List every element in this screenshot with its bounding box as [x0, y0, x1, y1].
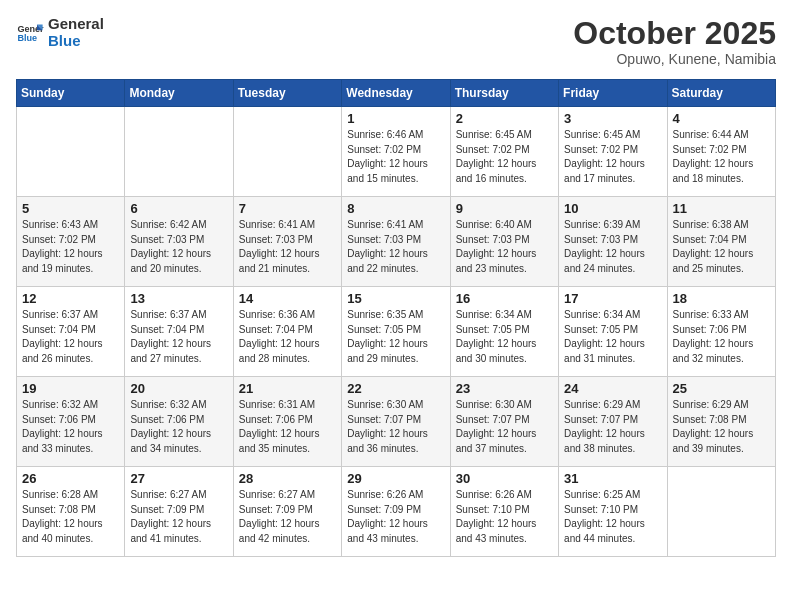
day-info: Sunrise: 6:41 AM Sunset: 7:03 PM Dayligh…	[239, 218, 336, 276]
calendar-cell: 31Sunrise: 6:25 AM Sunset: 7:10 PM Dayli…	[559, 467, 667, 557]
weekday-header-monday: Monday	[125, 80, 233, 107]
day-number: 2	[456, 111, 553, 126]
calendar-cell: 2Sunrise: 6:45 AM Sunset: 7:02 PM Daylig…	[450, 107, 558, 197]
calendar-cell: 13Sunrise: 6:37 AM Sunset: 7:04 PM Dayli…	[125, 287, 233, 377]
calendar-cell: 17Sunrise: 6:34 AM Sunset: 7:05 PM Dayli…	[559, 287, 667, 377]
day-info: Sunrise: 6:46 AM Sunset: 7:02 PM Dayligh…	[347, 128, 444, 186]
day-info: Sunrise: 6:34 AM Sunset: 7:05 PM Dayligh…	[456, 308, 553, 366]
day-number: 8	[347, 201, 444, 216]
day-number: 12	[22, 291, 119, 306]
calendar-cell: 19Sunrise: 6:32 AM Sunset: 7:06 PM Dayli…	[17, 377, 125, 467]
day-number: 28	[239, 471, 336, 486]
day-info: Sunrise: 6:38 AM Sunset: 7:04 PM Dayligh…	[673, 218, 770, 276]
day-number: 30	[456, 471, 553, 486]
svg-text:Blue: Blue	[17, 33, 37, 43]
calendar-cell: 25Sunrise: 6:29 AM Sunset: 7:08 PM Dayli…	[667, 377, 775, 467]
day-info: Sunrise: 6:44 AM Sunset: 7:02 PM Dayligh…	[673, 128, 770, 186]
calendar-cell: 15Sunrise: 6:35 AM Sunset: 7:05 PM Dayli…	[342, 287, 450, 377]
logo-blue: Blue	[48, 33, 104, 50]
calendar-table: SundayMondayTuesdayWednesdayThursdayFrid…	[16, 79, 776, 557]
calendar-cell: 28Sunrise: 6:27 AM Sunset: 7:09 PM Dayli…	[233, 467, 341, 557]
title-block: October 2025 Opuwo, Kunene, Namibia	[573, 16, 776, 67]
calendar-cell: 3Sunrise: 6:45 AM Sunset: 7:02 PM Daylig…	[559, 107, 667, 197]
calendar-cell: 9Sunrise: 6:40 AM Sunset: 7:03 PM Daylig…	[450, 197, 558, 287]
calendar-cell: 18Sunrise: 6:33 AM Sunset: 7:06 PM Dayli…	[667, 287, 775, 377]
calendar-cell: 1Sunrise: 6:46 AM Sunset: 7:02 PM Daylig…	[342, 107, 450, 197]
calendar-cell	[667, 467, 775, 557]
day-info: Sunrise: 6:37 AM Sunset: 7:04 PM Dayligh…	[130, 308, 227, 366]
location-subtitle: Opuwo, Kunene, Namibia	[573, 51, 776, 67]
day-number: 19	[22, 381, 119, 396]
day-info: Sunrise: 6:36 AM Sunset: 7:04 PM Dayligh…	[239, 308, 336, 366]
day-info: Sunrise: 6:33 AM Sunset: 7:06 PM Dayligh…	[673, 308, 770, 366]
calendar-cell: 14Sunrise: 6:36 AM Sunset: 7:04 PM Dayli…	[233, 287, 341, 377]
day-number: 6	[130, 201, 227, 216]
day-info: Sunrise: 6:30 AM Sunset: 7:07 PM Dayligh…	[456, 398, 553, 456]
day-info: Sunrise: 6:29 AM Sunset: 7:08 PM Dayligh…	[673, 398, 770, 456]
day-number: 18	[673, 291, 770, 306]
calendar-body: 1Sunrise: 6:46 AM Sunset: 7:02 PM Daylig…	[17, 107, 776, 557]
day-number: 10	[564, 201, 661, 216]
weekday-header-thursday: Thursday	[450, 80, 558, 107]
logo: General Blue General Blue	[16, 16, 104, 49]
day-number: 1	[347, 111, 444, 126]
calendar-cell: 7Sunrise: 6:41 AM Sunset: 7:03 PM Daylig…	[233, 197, 341, 287]
day-info: Sunrise: 6:27 AM Sunset: 7:09 PM Dayligh…	[239, 488, 336, 546]
day-number: 15	[347, 291, 444, 306]
day-info: Sunrise: 6:30 AM Sunset: 7:07 PM Dayligh…	[347, 398, 444, 456]
day-number: 29	[347, 471, 444, 486]
weekday-header-saturday: Saturday	[667, 80, 775, 107]
day-info: Sunrise: 6:39 AM Sunset: 7:03 PM Dayligh…	[564, 218, 661, 276]
calendar-cell: 5Sunrise: 6:43 AM Sunset: 7:02 PM Daylig…	[17, 197, 125, 287]
day-number: 7	[239, 201, 336, 216]
calendar-cell	[17, 107, 125, 197]
day-info: Sunrise: 6:29 AM Sunset: 7:07 PM Dayligh…	[564, 398, 661, 456]
calendar-cell: 21Sunrise: 6:31 AM Sunset: 7:06 PM Dayli…	[233, 377, 341, 467]
day-info: Sunrise: 6:28 AM Sunset: 7:08 PM Dayligh…	[22, 488, 119, 546]
day-number: 14	[239, 291, 336, 306]
day-info: Sunrise: 6:26 AM Sunset: 7:10 PM Dayligh…	[456, 488, 553, 546]
calendar-cell: 12Sunrise: 6:37 AM Sunset: 7:04 PM Dayli…	[17, 287, 125, 377]
calendar-cell: 27Sunrise: 6:27 AM Sunset: 7:09 PM Dayli…	[125, 467, 233, 557]
day-number: 25	[673, 381, 770, 396]
day-info: Sunrise: 6:31 AM Sunset: 7:06 PM Dayligh…	[239, 398, 336, 456]
calendar-cell: 8Sunrise: 6:41 AM Sunset: 7:03 PM Daylig…	[342, 197, 450, 287]
day-info: Sunrise: 6:45 AM Sunset: 7:02 PM Dayligh…	[456, 128, 553, 186]
calendar-cell: 23Sunrise: 6:30 AM Sunset: 7:07 PM Dayli…	[450, 377, 558, 467]
calendar-cell: 24Sunrise: 6:29 AM Sunset: 7:07 PM Dayli…	[559, 377, 667, 467]
day-number: 4	[673, 111, 770, 126]
day-info: Sunrise: 6:40 AM Sunset: 7:03 PM Dayligh…	[456, 218, 553, 276]
calendar-cell: 4Sunrise: 6:44 AM Sunset: 7:02 PM Daylig…	[667, 107, 775, 197]
calendar-cell: 16Sunrise: 6:34 AM Sunset: 7:05 PM Dayli…	[450, 287, 558, 377]
day-number: 21	[239, 381, 336, 396]
day-info: Sunrise: 6:32 AM Sunset: 7:06 PM Dayligh…	[22, 398, 119, 456]
weekday-header-wednesday: Wednesday	[342, 80, 450, 107]
calendar-header: SundayMondayTuesdayWednesdayThursdayFrid…	[17, 80, 776, 107]
day-number: 11	[673, 201, 770, 216]
day-info: Sunrise: 6:25 AM Sunset: 7:10 PM Dayligh…	[564, 488, 661, 546]
calendar-cell: 6Sunrise: 6:42 AM Sunset: 7:03 PM Daylig…	[125, 197, 233, 287]
day-number: 27	[130, 471, 227, 486]
calendar-cell: 11Sunrise: 6:38 AM Sunset: 7:04 PM Dayli…	[667, 197, 775, 287]
logo-general: General	[48, 16, 104, 33]
logo-icon: General Blue	[16, 19, 44, 47]
day-number: 26	[22, 471, 119, 486]
day-info: Sunrise: 6:42 AM Sunset: 7:03 PM Dayligh…	[130, 218, 227, 276]
page-header: General Blue General Blue October 2025 O…	[16, 16, 776, 67]
day-info: Sunrise: 6:35 AM Sunset: 7:05 PM Dayligh…	[347, 308, 444, 366]
weekday-header-sunday: Sunday	[17, 80, 125, 107]
day-info: Sunrise: 6:45 AM Sunset: 7:02 PM Dayligh…	[564, 128, 661, 186]
day-number: 5	[22, 201, 119, 216]
calendar-cell: 22Sunrise: 6:30 AM Sunset: 7:07 PM Dayli…	[342, 377, 450, 467]
day-number: 20	[130, 381, 227, 396]
day-info: Sunrise: 6:32 AM Sunset: 7:06 PM Dayligh…	[130, 398, 227, 456]
calendar-cell	[233, 107, 341, 197]
day-info: Sunrise: 6:43 AM Sunset: 7:02 PM Dayligh…	[22, 218, 119, 276]
day-info: Sunrise: 6:26 AM Sunset: 7:09 PM Dayligh…	[347, 488, 444, 546]
calendar-cell: 30Sunrise: 6:26 AM Sunset: 7:10 PM Dayli…	[450, 467, 558, 557]
calendar-cell: 26Sunrise: 6:28 AM Sunset: 7:08 PM Dayli…	[17, 467, 125, 557]
day-number: 16	[456, 291, 553, 306]
day-number: 9	[456, 201, 553, 216]
calendar-cell: 20Sunrise: 6:32 AM Sunset: 7:06 PM Dayli…	[125, 377, 233, 467]
day-info: Sunrise: 6:37 AM Sunset: 7:04 PM Dayligh…	[22, 308, 119, 366]
